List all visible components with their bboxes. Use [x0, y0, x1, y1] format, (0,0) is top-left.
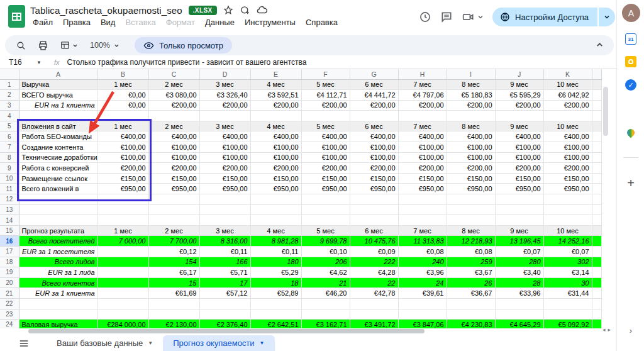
calendar-icon[interactable]: 31	[617, 33, 644, 45]
cell-A17[interactable]: EUR за 1 посетителя	[19, 247, 97, 257]
cell-B1[interactable]: 1 мес	[97, 79, 148, 90]
cell-filler-5[interactable]	[592, 121, 601, 131]
cell-B17[interactable]	[97, 247, 148, 257]
cell-G2[interactable]: €4 441,72	[350, 90, 398, 101]
column-header-D[interactable]: D	[199, 69, 250, 79]
cell-G24[interactable]: €3 491,72	[350, 320, 398, 328]
cell-G15[interactable]: 6 мес	[350, 225, 398, 236]
cell-H18[interactable]: 240	[398, 257, 447, 267]
cell-C10[interactable]: €150,00	[148, 173, 199, 184]
cell-K23[interactable]	[543, 309, 592, 320]
cell-F11[interactable]: €950,00	[301, 184, 350, 194]
keep-notes-icon[interactable]	[617, 56, 644, 67]
cell-B10[interactable]: €150,00	[97, 173, 148, 184]
cell-B5[interactable]: 1 мес	[97, 121, 148, 131]
cell-J24[interactable]: €4 645,29	[495, 320, 543, 328]
column-header-E[interactable]: E	[250, 69, 301, 79]
cell-G19[interactable]: €4,28	[350, 267, 398, 278]
menu-item-5[interactable]: Данные	[200, 16, 240, 30]
cell-A16[interactable]: Всего посетителей	[19, 236, 97, 247]
hscroll-arrows[interactable]: ◂▸	[602, 326, 613, 333]
cell-B12[interactable]	[97, 194, 148, 205]
cell-filler-6[interactable]	[592, 131, 601, 142]
share-dropdown-caret[interactable]	[599, 8, 615, 26]
cell-A22[interactable]	[19, 298, 97, 309]
cell-A13[interactable]	[19, 204, 97, 215]
cell-filler-19[interactable]	[592, 267, 601, 278]
cell-A4[interactable]	[19, 111, 97, 121]
cell-J15[interactable]: 9 мес	[495, 225, 543, 236]
cell-G4[interactable]	[350, 111, 398, 121]
cell-H14[interactable]	[398, 215, 447, 226]
cell-J4[interactable]	[495, 111, 543, 121]
cell-E8[interactable]: €100,00	[250, 152, 301, 163]
cell-J23[interactable]	[495, 309, 543, 320]
cell-G12[interactable]	[350, 194, 398, 205]
cloud-status-icon[interactable]	[257, 4, 268, 16]
cell-F12[interactable]	[301, 194, 350, 205]
cell-I7[interactable]: €100,00	[447, 142, 495, 153]
cell-G14[interactable]	[350, 215, 398, 226]
cell-J20[interactable]: 28	[495, 277, 543, 288]
cell-I9[interactable]: €200,00	[447, 163, 495, 174]
cell-K4[interactable]	[543, 111, 592, 121]
cell-H17[interactable]: €0,08	[398, 247, 447, 257]
share-button[interactable]: Настройки Доступа	[492, 8, 615, 26]
cell-H13[interactable]	[398, 204, 447, 215]
cell-D16[interactable]: 8 316,00	[199, 236, 250, 247]
cell-D24[interactable]: €2 376,40	[199, 320, 250, 328]
cell-F10[interactable]: €150,00	[301, 173, 350, 184]
cell-F5[interactable]: 5 мес	[301, 121, 350, 131]
cell-filler-8[interactable]	[592, 152, 601, 163]
cell-J17[interactable]: €0,07	[495, 247, 543, 257]
cell-D10[interactable]: €150,00	[199, 173, 250, 184]
menu-item-1[interactable]: Правка	[58, 16, 96, 30]
cell-H21[interactable]: €39,61	[398, 288, 447, 299]
document-title[interactable]: Tablica_rascheta_okupaemosti_seo	[30, 5, 182, 16]
cell-D6[interactable]: €400,00	[199, 131, 250, 142]
cell-H15[interactable]: 7 мес	[398, 225, 447, 236]
cell-J5[interactable]: 9 мес	[495, 121, 543, 131]
row-header-3[interactable]: 3	[0, 100, 19, 111]
cell-K5[interactable]: 10 мес	[543, 121, 592, 131]
cell-I11[interactable]: €950,00	[447, 184, 495, 194]
view-only-chip[interactable]: Только просмотр	[135, 37, 232, 53]
cell-E13[interactable]	[250, 204, 301, 215]
cell-I21[interactable]: €36,67	[447, 288, 495, 299]
cell-E16[interactable]: 8 981,28	[250, 236, 301, 247]
menu-item-7[interactable]: Справка	[301, 16, 343, 30]
cell-H23[interactable]	[398, 309, 447, 320]
cell-G1[interactable]: 6 мес	[350, 79, 398, 90]
cell-E4[interactable]	[250, 111, 301, 121]
cell-E10[interactable]: €150,00	[250, 173, 301, 184]
cell-filler-17[interactable]	[592, 247, 601, 257]
cell-G13[interactable]	[350, 204, 398, 215]
cell-D8[interactable]: €100,00	[199, 152, 250, 163]
cell-H7[interactable]: €100,00	[398, 142, 447, 153]
cell-B23[interactable]	[97, 309, 148, 320]
formula-input[interactable]: Столько трафика получится привести - зав…	[67, 58, 306, 67]
cell-E21[interactable]: €52,89	[250, 288, 301, 299]
comments-icon[interactable]	[440, 11, 453, 23]
cell-D1[interactable]: 3 мес	[199, 79, 250, 90]
cell-H24[interactable]: €3 847,06	[398, 320, 447, 328]
cell-H22[interactable]	[398, 298, 447, 309]
cell-E18[interactable]: 180	[250, 257, 301, 267]
cell-D11[interactable]: €950,00	[199, 184, 250, 194]
cell-C21[interactable]: €61,69	[148, 288, 199, 299]
cell-I24[interactable]: €4 230,83	[447, 320, 495, 328]
cell-E22[interactable]	[250, 298, 301, 309]
cell-F24[interactable]: €3 162,71	[301, 320, 350, 328]
column-header-I[interactable]: I	[447, 69, 495, 79]
cell-filler-2[interactable]	[592, 90, 601, 101]
cell-J7[interactable]: €100,00	[495, 142, 543, 153]
cell-A15[interactable]: Прогноз результата	[19, 225, 97, 236]
row-header-18[interactable]: 18	[0, 257, 19, 267]
cell-filler-4[interactable]	[592, 111, 601, 121]
tasks-icon[interactable]: ✓	[617, 79, 644, 91]
cell-E9[interactable]: €200,00	[250, 163, 301, 174]
cell-G21[interactable]: €42,78	[350, 288, 398, 299]
sheet-tab-caret-icon[interactable]: ▼	[148, 340, 153, 346]
column-header-C[interactable]: C	[148, 69, 199, 79]
cell-J22[interactable]	[495, 298, 543, 309]
